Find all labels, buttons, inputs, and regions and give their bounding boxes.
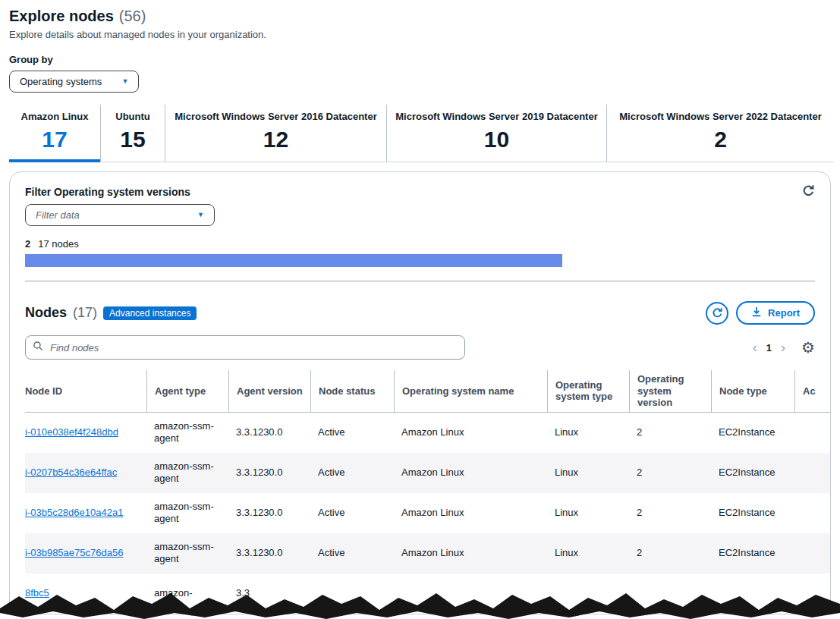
table-row: i-03b985ae75c76da56 amazon-ssm-agent 3.3…	[25, 533, 831, 573]
nodes-actions: Report	[706, 301, 815, 325]
table-row-partial: 8fbc5 amazon- 3.3	[25, 573, 831, 614]
os-name-cell: Amazon Linux	[394, 460, 547, 485]
table-row: i-0207b54c36e64ffac amazon-ssm-agent 3.3…	[25, 453, 831, 493]
download-icon	[751, 306, 762, 319]
agent-type-cell: amazon-ssm-agent	[146, 495, 228, 532]
agent-type-cell: amazon-ssm-agent	[146, 454, 228, 492]
node-type-cell: EC2Instance	[711, 460, 794, 485]
os-version-cell: 2	[629, 541, 711, 565]
search-icon	[33, 341, 43, 354]
column-header[interactable]: Agent version	[228, 370, 310, 412]
next-page-button[interactable]: ›	[781, 341, 785, 354]
account-cell	[794, 426, 831, 438]
group-by-selected-value: Operating systems	[20, 76, 102, 87]
agent-type-cell: amazon-	[146, 581, 228, 605]
os-tab[interactable]: Microsoft Windows Server 2022 Datacenter…	[607, 105, 834, 162]
node-id-link[interactable]: i-010e038ef4f248dbd	[25, 426, 118, 438]
chart-label-row: 2 17 nodes	[25, 238, 815, 250]
filter-data-dropdown[interactable]: Filter data ▼	[25, 204, 215, 226]
group-by-section: Group by Operating systems ▼	[0, 40, 840, 93]
agent-version-cell: 3.3.1230.0	[228, 541, 310, 565]
page-title: Explore nodes (56)	[9, 8, 831, 25]
os-tab[interactable]: Microsoft Windows Server 2019 Datacenter…	[387, 105, 607, 162]
os-version-cell: 2	[629, 420, 711, 445]
nodes-section-header: Nodes (17) Advanced instances Report	[25, 301, 815, 325]
chart-axis-line	[25, 281, 815, 281]
page-number[interactable]: 1	[764, 342, 774, 353]
group-by-label: Group by	[9, 54, 831, 65]
page-subtitle: Explore details about managed nodes in y…	[9, 29, 831, 40]
chevron-down-icon: ▼	[197, 212, 204, 218]
account-cell	[794, 467, 831, 479]
pagination: ‹ 1 › ⚙	[753, 340, 815, 355]
node-id-link[interactable]: i-03b5c28d6e10a42a1	[25, 507, 123, 518]
node-status-cell: Active	[310, 501, 394, 525]
nodes-table-body: i-010e038ef4f248dbd amazon-ssm-agent 3.3…	[25, 413, 831, 573]
os-type-cell: Linux	[547, 501, 629, 525]
node-id-link[interactable]: 8fbc5	[25, 587, 49, 599]
chart-value-label: 17 nodes	[38, 238, 79, 250]
column-header[interactable]: Node status	[310, 370, 394, 412]
page-title-count: (56)	[119, 8, 146, 25]
node-type-cell: EC2Instance	[711, 420, 794, 445]
node-type-cell: EC2Instance	[711, 541, 794, 565]
refresh-icon[interactable]	[802, 184, 815, 200]
node-id-link[interactable]: i-03b985ae75c76da56	[25, 547, 123, 558]
os-tab[interactable]: Ubuntu 15	[101, 105, 165, 162]
nodes-table-header: Node IDAgent typeAgent versionNode statu…	[25, 370, 831, 413]
group-by-dropdown[interactable]: Operating systems ▼	[9, 71, 139, 93]
report-button-label: Report	[768, 307, 800, 319]
node-type-cell: EC2Instance	[711, 501, 794, 525]
node-status-cell: Active	[310, 460, 394, 485]
agent-version-cell: 3.3.1230.0	[228, 460, 310, 485]
account-cell	[794, 547, 831, 559]
table-row: i-010e038ef4f248dbd amazon-ssm-agent 3.3…	[25, 413, 831, 453]
chevron-down-icon: ▼	[121, 78, 128, 85]
nodes-table: Node IDAgent typeAgent versionNode statu…	[25, 370, 831, 614]
filter-data-placeholder: Filter data	[36, 209, 80, 221]
previous-page-button[interactable]: ‹	[753, 341, 757, 354]
column-header[interactable]: Operating system type	[547, 370, 629, 412]
agent-version-cell: 3.3.1230.0	[228, 501, 310, 525]
account-cell	[794, 507, 831, 519]
column-header[interactable]: Node type	[711, 370, 794, 412]
node-id-link[interactable]: i-0207b54c36e64ffac	[25, 467, 117, 478]
agent-version-cell: 3.3.1230.0	[228, 420, 310, 445]
column-header[interactable]: Node ID	[25, 370, 146, 412]
search-row: ‹ 1 › ⚙	[25, 335, 815, 360]
os-tab[interactable]: Microsoft Windows Server 2016 Datacenter…	[165, 105, 387, 162]
report-button[interactable]: Report	[736, 301, 815, 325]
nodes-title: Nodes	[25, 305, 67, 321]
column-header[interactable]: Ac	[794, 370, 831, 412]
os-type-cell: Linux	[547, 420, 629, 445]
os-name-cell: Amazon Linux	[394, 420, 547, 445]
os-version-bar	[25, 254, 562, 267]
column-header[interactable]: Agent type	[146, 370, 228, 412]
nodes-count: (17)	[73, 305, 97, 321]
os-group-tabs: Amazon Linux 17 Ubuntu 15 Microsoft Wind…	[9, 105, 834, 162]
filter-section-title: Filter Operating system versions	[25, 186, 815, 198]
os-version-cell: 2	[629, 460, 711, 485]
os-version-cell: 2	[629, 501, 711, 525]
os-type-cell: Linux	[547, 541, 629, 565]
agent-type-cell: amazon-ssm-agent	[146, 535, 228, 572]
os-type-cell: Linux	[547, 460, 629, 485]
page-header: Explore nodes (56) Explore details about…	[0, 0, 840, 40]
find-nodes-input[interactable]	[49, 341, 458, 354]
advanced-instances-badge: Advanced instances	[103, 306, 197, 320]
column-header[interactable]: Operating system name	[394, 370, 547, 412]
search-box	[25, 335, 465, 360]
os-tab[interactable]: Amazon Linux 17	[9, 105, 101, 162]
node-status-cell: Active	[310, 541, 394, 565]
agent-version-cell: 3.3	[228, 581, 310, 605]
node-status-cell: Active	[310, 420, 394, 445]
gear-icon[interactable]: ⚙	[801, 340, 815, 355]
nodes-card: Filter Operating system versions Filter …	[9, 171, 831, 614]
os-name-cell: Amazon Linux	[394, 501, 547, 525]
agent-type-cell: amazon-ssm-agent	[146, 414, 228, 451]
chart-category-label: 2	[25, 238, 30, 250]
column-header[interactable]: Operating system version	[629, 370, 711, 412]
table-row: i-03b5c28d6e10a42a1 amazon-ssm-agent 3.3…	[25, 493, 831, 533]
page-title-text: Explore nodes	[9, 8, 114, 25]
refresh-button[interactable]	[706, 302, 728, 325]
